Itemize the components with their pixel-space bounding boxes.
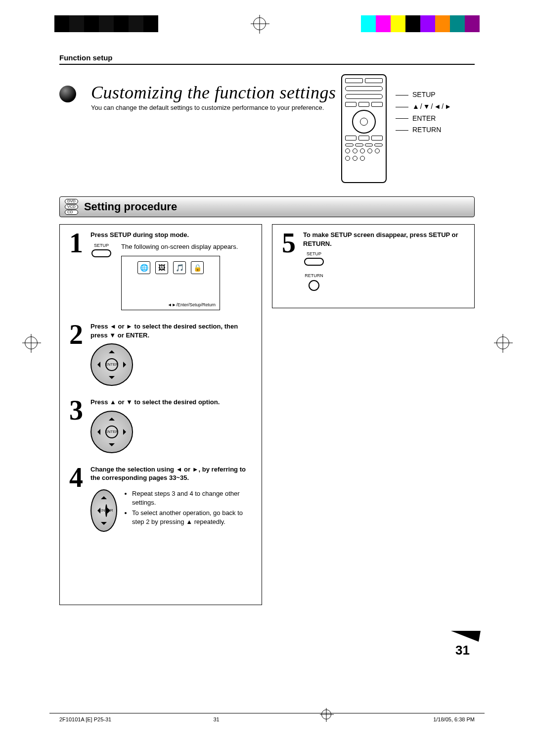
steps-column-right: 5 To make SETUP screen disappear, press … — [272, 224, 475, 308]
step-4-bullet-2: To select another operation, go back to … — [132, 509, 255, 526]
setup-button-icon: SETUP — [303, 251, 325, 266]
badge-vcd: VCD — [65, 204, 78, 209]
step-number: 3 — [67, 398, 86, 453]
remote-control-diagram: SETUP ▲/▼/◄/► ENTER RETURN — [341, 74, 470, 193]
step-3: 3 Press ▲ or ▼ to select the desired opt… — [67, 398, 255, 453]
badge-dvd: DVD — [65, 199, 78, 204]
label-setup: SETUP — [412, 89, 452, 101]
audio-icon: 🎵 — [173, 261, 186, 274]
step-5: 5 To make SETUP screen disappear, press … — [279, 231, 467, 290]
section-header: Function setup — [59, 53, 475, 65]
setup-button-icon: SETUP — [90, 242, 112, 257]
onscreen-display-mock: 🌐 🖼 🎵 🔒 ◄►/Enter/Setup/Return — [121, 256, 220, 310]
label-return: RETURN — [412, 124, 452, 136]
step-5-heading: To make SETUP screen disappear, press SE… — [303, 231, 467, 248]
globe-icon: 🌐 — [137, 261, 150, 274]
badge-cd: CD — [65, 210, 78, 215]
footer-page: 31 — [213, 716, 219, 726]
return-button-icon: RETURN — [303, 273, 325, 290]
step-2: 2 Press ◄ or ► to select the desired sec… — [67, 322, 255, 386]
cmyk-patches — [361, 15, 480, 32]
step-number: 5 — [279, 231, 298, 290]
return-button-label: RETURN — [305, 273, 323, 278]
remote-body-icon — [341, 74, 387, 183]
footer-doc-id: 2F10101A [E] P25-31 — [59, 716, 111, 726]
parental-icon: 🔒 — [191, 261, 204, 274]
step-1-heading: Press SETUP during stop mode. — [90, 231, 255, 239]
step-4-heading: Change the selection using ◄ or ►, by re… — [90, 465, 255, 482]
step-number: 1 — [67, 231, 86, 310]
disc-type-badges: DVD VCD CD — [65, 199, 78, 215]
step-4-bullet-1: Repeat steps 3 and 4 to change other set… — [132, 489, 255, 507]
registration-mark-icon — [253, 17, 266, 30]
picture-icon: 🖼 — [155, 261, 168, 274]
setting-procedure-title: Setting procedure — [84, 200, 177, 213]
step-3-heading: Press ▲ or ▼ to select the desired optio… — [90, 398, 255, 407]
setup-button-label: SETUP — [94, 243, 109, 248]
printer-color-bar — [0, 15, 534, 33]
registration-mark-icon — [496, 336, 509, 349]
steps-column-left: 1 Press SETUP during stop mode. SETUP Th… — [59, 224, 262, 605]
step-number: 4 — [67, 465, 86, 532]
black-density-patches — [54, 15, 158, 32]
page-number: 31 — [455, 643, 470, 658]
print-footer: 2F10101A [E] P25-31 31 1/18/05, 6:38 PM — [49, 713, 485, 726]
step-4: 4 Change the selection using ◄ or ►, by … — [67, 465, 255, 532]
setting-procedure-bar: DVD VCD CD Setting procedure — [59, 196, 475, 217]
sphere-bullet-icon — [59, 86, 76, 102]
step-2-heading: Press ◄ or ► to select the desired secti… — [90, 322, 255, 339]
label-arrows: ▲/▼/◄/► — [412, 101, 452, 113]
step-number: 2 — [67, 322, 86, 386]
dpad-icon — [90, 411, 133, 453]
setup-button-label: SETUP — [307, 251, 321, 256]
dpad-icon — [90, 489, 117, 532]
dpad-icon — [90, 343, 133, 386]
registration-mark-icon — [321, 709, 331, 719]
step-1-body: The following on-screen display appears. — [121, 242, 238, 251]
screen-caption: ◄►/Enter/Setup/Return — [126, 302, 216, 308]
page-content: Function setup Customizing the function … — [49, 45, 485, 698]
remote-callout-labels: SETUP ▲/▼/◄/► ENTER RETURN — [396, 89, 452, 136]
registration-mark-icon — [25, 336, 38, 349]
label-enter: ENTER — [412, 113, 452, 125]
footer-timestamp: 1/18/05, 6:38 PM — [433, 716, 475, 726]
step-1: 1 Press SETUP during stop mode. SETUP Th… — [67, 231, 255, 310]
